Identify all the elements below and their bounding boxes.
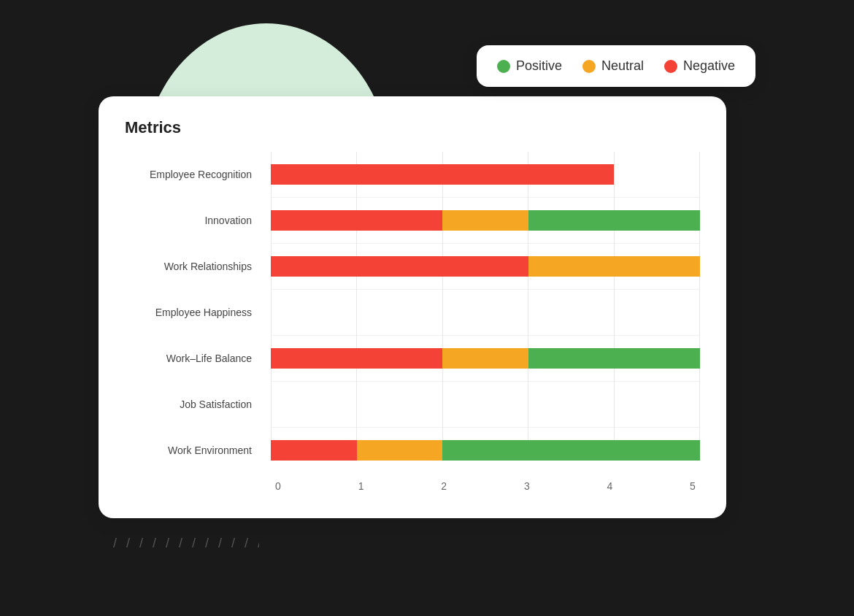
bar-segment-negative: [271, 210, 442, 231]
chart-row: Job Satisfaction: [271, 382, 700, 427]
bar-container: [271, 348, 700, 369]
bar-segment-positive: [528, 210, 700, 231]
x-axis-label: 0: [271, 480, 285, 492]
chart-title: Metrics: [125, 118, 700, 137]
chart-row: Employee Happiness: [271, 290, 700, 335]
row-label: Job Satisfaction: [125, 398, 263, 411]
bar-container: [271, 210, 700, 231]
bar-container: [271, 164, 700, 185]
chart-row: Work–Life Balance: [271, 336, 700, 381]
bar-segment-negative: [271, 348, 442, 369]
neutral-dot: [582, 60, 596, 73]
row-label: Work Environment: [125, 444, 263, 457]
chart-row: Work Relationships: [271, 244, 700, 289]
bar-segment-positive: [528, 348, 700, 369]
chart-area: Employee RecognitionInnovationWork Relat…: [125, 152, 700, 492]
bar-segment-negative: [271, 256, 528, 277]
chart-rows-container: Employee RecognitionInnovationWork Relat…: [271, 152, 700, 473]
bar-segment-negative: [271, 440, 357, 461]
bar-container: [271, 394, 700, 415]
bar-segment-negative: [271, 164, 614, 185]
chart-body: Employee RecognitionInnovationWork Relat…: [125, 152, 700, 473]
row-label: Work Relationships: [125, 260, 263, 273]
row-label: Employee Recognition: [125, 168, 263, 181]
bar-container: [271, 302, 700, 323]
positive-dot: [497, 60, 510, 73]
bar-segment-neutral: [442, 348, 528, 369]
chart-row: Work Environment: [271, 428, 700, 473]
diagonal-lines-decoration: [113, 534, 259, 578]
legend-neutral-label: Neutral: [601, 58, 644, 74]
chart-row: Innovation: [271, 198, 700, 243]
x-axis-label: 5: [685, 480, 700, 492]
bar-container: [271, 440, 700, 461]
x-axis-label: 4: [602, 480, 617, 492]
row-label: Employee Happiness: [125, 306, 263, 319]
row-label: Work–Life Balance: [125, 352, 263, 365]
page-wrapper: Positive Neutral Negative Metrics Employ…: [99, 23, 755, 593]
chart-row: Employee Recognition: [271, 152, 700, 197]
x-axis-label: 3: [520, 480, 534, 492]
x-axis-label: 1: [354, 480, 369, 492]
bar-segment-neutral: [442, 210, 528, 231]
legend-item-positive: Positive: [497, 58, 562, 74]
negative-dot: [664, 60, 677, 73]
x-axis: 012345: [125, 480, 700, 492]
row-label: Innovation: [125, 214, 263, 227]
chart-card: Metrics Employee RecognitionInnovationWo…: [99, 96, 726, 518]
legend-negative-label: Negative: [683, 58, 735, 74]
bar-container: [271, 256, 700, 277]
x-axis-label: 2: [436, 480, 451, 492]
legend-positive-label: Positive: [516, 58, 562, 74]
legend-card: Positive Neutral Negative: [477, 45, 755, 87]
bar-segment-positive: [442, 440, 700, 461]
bar-segment-neutral: [357, 440, 443, 461]
bar-segment-neutral: [528, 256, 700, 277]
legend-item-negative: Negative: [664, 58, 735, 74]
legend-item-neutral: Neutral: [582, 58, 644, 74]
